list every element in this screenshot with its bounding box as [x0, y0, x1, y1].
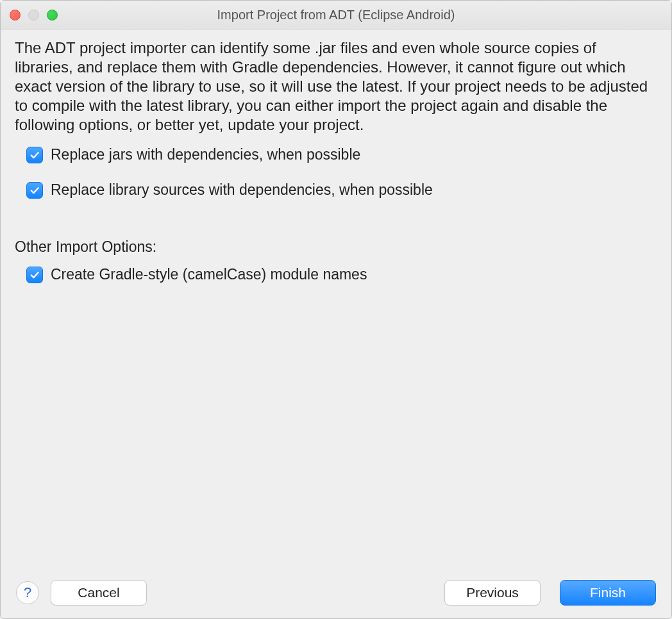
footer-left: ? Cancel — [16, 580, 147, 606]
dialog-content: The ADT project importer can identify so… — [1, 29, 671, 572]
description-text: The ADT project importer can identify so… — [15, 38, 657, 135]
camel-case-checkbox[interactable] — [26, 267, 43, 283]
other-options-label: Other Import Options: — [15, 238, 657, 256]
camel-case-label: Create Gradle-style (camelCase) module n… — [51, 266, 367, 283]
help-icon: ? — [24, 584, 31, 601]
titlebar: Import Project from ADT (Eclipse Android… — [1, 1, 671, 29]
help-button[interactable]: ? — [16, 581, 39, 604]
maximize-window-button[interactable] — [47, 10, 58, 21]
replace-jars-checkbox[interactable] — [26, 147, 43, 163]
window-title: Import Project from ADT (Eclipse Android… — [1, 8, 671, 22]
traffic-lights — [10, 10, 58, 21]
checkbox-row-camel-case: Create Gradle-style (camelCase) module n… — [15, 266, 657, 283]
checkbox-row-replace-jars: Replace jars with dependencies, when pos… — [15, 146, 657, 163]
previous-button[interactable]: Previous — [444, 580, 541, 606]
footer-right: Previous Finish — [444, 580, 656, 606]
checkmark-icon — [29, 269, 40, 281]
minimize-window-button[interactable] — [28, 10, 39, 21]
checkmark-icon — [29, 185, 40, 196]
replace-sources-label: Replace library sources with dependencie… — [51, 181, 433, 199]
checkbox-row-replace-sources: Replace library sources with dependencie… — [15, 181, 657, 199]
finish-button[interactable]: Finish — [560, 580, 656, 606]
cancel-button[interactable]: Cancel — [51, 580, 147, 606]
import-dialog-window: Import Project from ADT (Eclipse Android… — [0, 0, 672, 619]
checkmark-icon — [29, 149, 40, 161]
close-window-button[interactable] — [10, 10, 21, 21]
replace-sources-checkbox[interactable] — [26, 182, 43, 199]
spacer — [15, 301, 657, 566]
replace-jars-label: Replace jars with dependencies, when pos… — [51, 146, 360, 163]
dialog-footer: ? Cancel Previous Finish — [1, 572, 671, 618]
